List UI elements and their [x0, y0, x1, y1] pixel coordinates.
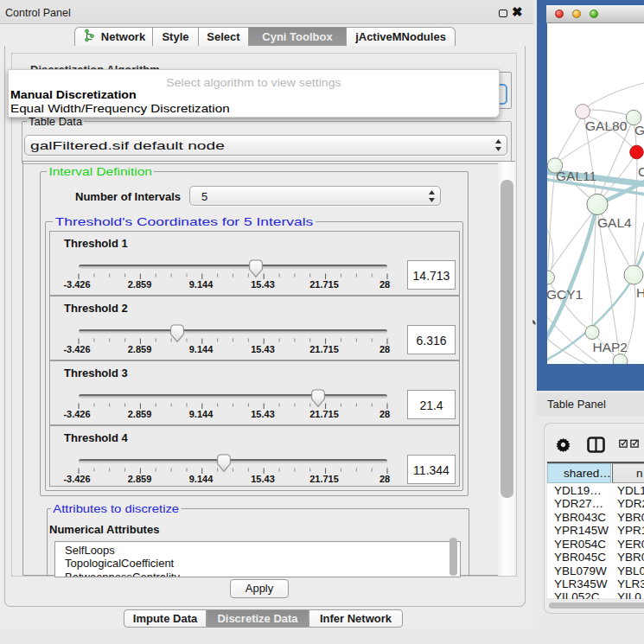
svg-text:C: C [638, 164, 644, 179]
svg-text:GA: GA [634, 123, 644, 137]
svg-text:GAL4: GAL4 [597, 215, 632, 230]
svg-text:GAL80: GAL80 [585, 118, 628, 133]
svg-text:HAP2: HAP2 [593, 340, 628, 354]
svg-text:GCY1: GCY1 [547, 287, 583, 302]
svg-text:GAL11: GAL11 [556, 169, 596, 183]
svg-text:H: H [636, 285, 644, 300]
